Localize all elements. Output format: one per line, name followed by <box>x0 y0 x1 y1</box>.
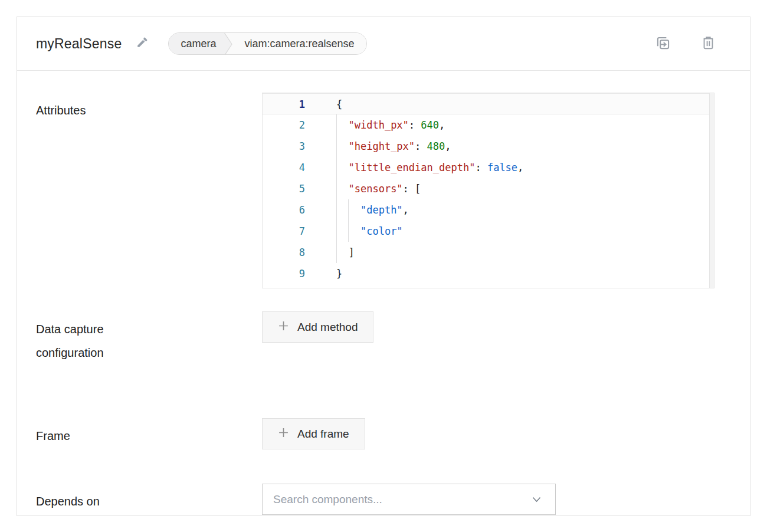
depends-on-label: Depends on <box>36 490 262 513</box>
attributes-label: Attributes <box>36 98 262 122</box>
indent-guide <box>336 178 337 199</box>
line-content: ] <box>336 242 355 263</box>
depends-on-select[interactable] <box>262 484 556 515</box>
line-number: 9 <box>263 263 305 284</box>
code-line[interactable]: 2 "width_px": 640, <box>263 114 714 136</box>
component-config-card: myRealSense camera viam:camera:realsense <box>17 17 750 516</box>
line-number: 7 <box>263 221 305 242</box>
breadcrumb-chevron-icon <box>224 33 237 55</box>
pencil-icon <box>135 35 149 52</box>
line-number: 2 <box>263 114 305 136</box>
chevron-down-icon <box>532 494 541 505</box>
line-content: "height_px": 480, <box>336 136 451 157</box>
indent-guide <box>348 199 349 221</box>
depends-on-section: Depends on <box>36 484 750 515</box>
model-label: viam:camera:realsense <box>237 33 366 54</box>
attributes-section: Attributes 1{2 "width_px": 640,3 "height… <box>36 93 750 288</box>
data-capture-section: Data capture configuration Add method <box>36 311 750 364</box>
plus-icon <box>278 320 289 334</box>
duplicate-button[interactable] <box>654 35 672 52</box>
indent-guide <box>336 199 337 221</box>
component-body: Attributes 1{2 "width_px": 640,3 "height… <box>17 71 750 515</box>
plus-icon <box>278 427 289 441</box>
line-content: "width_px": 640, <box>336 114 445 136</box>
delete-button[interactable] <box>699 35 717 52</box>
component-header: myRealSense camera viam:camera:realsense <box>17 17 750 71</box>
indent-guide <box>336 114 337 136</box>
add-frame-button[interactable]: Add frame <box>262 418 365 449</box>
indent-guide <box>336 242 337 263</box>
frame-label: Frame <box>36 424 262 448</box>
add-frame-label: Add frame <box>297 428 349 441</box>
component-name: myRealSense <box>36 36 122 52</box>
line-content: "depth", <box>336 199 409 221</box>
search-components-input[interactable] <box>273 493 532 506</box>
add-method-button[interactable]: Add method <box>262 311 373 343</box>
frame-section: Frame Add frame <box>36 418 750 449</box>
component-type-badge: camera viam:camera:realsense <box>168 32 366 55</box>
attributes-code-editor[interactable]: 1{2 "width_px": 640,3 "height_px": 480,4… <box>262 93 714 288</box>
line-number: 3 <box>263 136 305 157</box>
line-content: "sensors": [ <box>336 178 421 199</box>
code-line[interactable]: 1{ <box>263 93 714 114</box>
line-content: } <box>336 263 342 284</box>
code-line[interactable]: 3 "height_px": 480, <box>263 136 714 157</box>
indent-guide <box>336 136 337 157</box>
line-number: 4 <box>263 157 305 178</box>
line-content: "color" <box>336 221 403 242</box>
code-line[interactable]: 7 "color" <box>263 221 714 242</box>
code-line[interactable]: 8 ] <box>263 242 714 263</box>
indent-guide <box>348 221 349 242</box>
code-line[interactable]: 6 "depth", <box>263 199 714 221</box>
code-line[interactable]: 9} <box>263 263 714 284</box>
duplicate-icon <box>654 34 672 54</box>
line-content: "little_endian_depth": false, <box>336 157 523 178</box>
line-content: { <box>336 94 342 114</box>
line-number: 1 <box>263 94 305 114</box>
editor-scrollbar[interactable] <box>709 93 714 288</box>
line-number: 6 <box>263 199 305 221</box>
indent-guide <box>336 157 337 178</box>
indent-guide <box>336 221 337 242</box>
edit-name-button[interactable] <box>135 35 149 52</box>
code-line[interactable]: 5 "sensors": [ <box>263 178 714 199</box>
type-label: camera <box>169 33 224 54</box>
header-actions <box>654 35 717 52</box>
add-method-label: Add method <box>297 321 358 334</box>
code-line[interactable]: 4 "little_endian_depth": false, <box>263 157 714 178</box>
line-number: 5 <box>263 178 305 199</box>
line-number: 8 <box>263 242 305 263</box>
trash-icon <box>700 35 716 52</box>
data-capture-label: Data capture configuration <box>36 317 262 364</box>
